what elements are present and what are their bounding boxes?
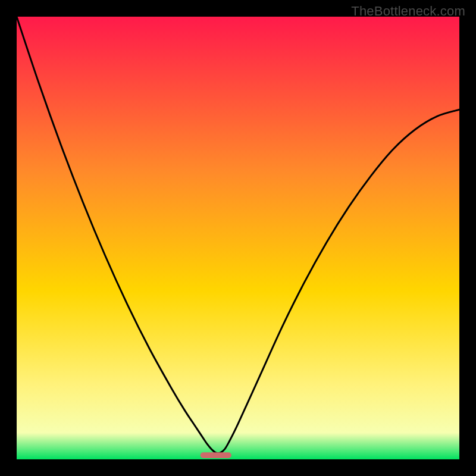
chart-plot-area	[17, 17, 459, 459]
min-marker	[201, 452, 231, 458]
chart-frame: TheBottleneck.com	[0, 0, 476, 476]
chart-svg	[17, 17, 459, 459]
gradient-background	[17, 17, 459, 459]
